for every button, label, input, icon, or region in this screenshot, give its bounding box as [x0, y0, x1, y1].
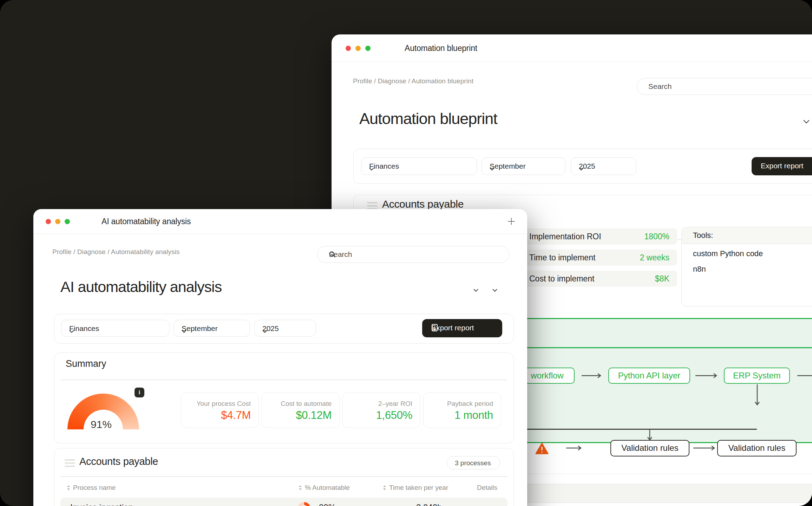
diagram-node-validation-1: Validation rules: [610, 440, 689, 456]
stat-card-process-cost: Your process Cost $4.7M: [181, 393, 259, 428]
warning-icon: [535, 443, 549, 456]
chevron-down-icon: [579, 164, 630, 173]
department-select[interactable]: Finances: [61, 320, 170, 337]
minimize-button[interactable]: [55, 219, 60, 224]
chevron-down-icon[interactable]: [803, 119, 810, 125]
column-label: Time taken per year: [389, 484, 448, 491]
info-icon[interactable]: i: [135, 388, 144, 397]
column-header-time-taken[interactable]: Time taken per year: [383, 484, 448, 492]
stat-card-value: 1,650%: [376, 409, 412, 422]
drag-handle-icon[interactable]: [65, 459, 75, 469]
sort-icon: [383, 484, 386, 492]
maximize-button[interactable]: [365, 46, 371, 51]
search-input[interactable]: Search: [637, 78, 812, 95]
titlebar-divider: [33, 234, 527, 234]
search-icon: [329, 251, 500, 260]
info-icon-glyph: i: [139, 389, 140, 395]
section-title: Accounts payable: [79, 456, 158, 467]
diagram-node-erp: ERP System: [724, 368, 790, 384]
department-select[interactable]: Finances: [361, 157, 477, 175]
minimize-button[interactable]: [355, 46, 361, 51]
automatable-value: 80%: [319, 502, 336, 506]
summary-heading: Summary: [66, 358, 106, 369]
chevron-down-icon[interactable]: [473, 287, 479, 293]
arrow-right-icon: [693, 445, 716, 453]
automatable-donut-icon: [298, 502, 310, 506]
sort-icon: [67, 484, 70, 492]
year-select[interactable]: 2025: [571, 157, 636, 175]
export-report-button[interactable]: Export report: [422, 319, 502, 337]
stat-value: 1800%: [644, 232, 669, 241]
search-placeholder: Search: [648, 82, 672, 91]
stat-card-roi: 2–year ROI 1,650%: [342, 393, 420, 428]
column-header-process-name[interactable]: Process name: [67, 484, 116, 492]
month-select[interactable]: September: [482, 157, 565, 175]
arrow-right-icon: [566, 445, 582, 453]
tool-item: n8n: [693, 265, 706, 274]
sort-icon: [299, 484, 302, 492]
chevron-down-icon: [490, 164, 559, 173]
stat-card-label: Your process Cost: [196, 400, 251, 408]
stat-card-payback: Payback period 1 month: [423, 393, 501, 428]
process-name: Invoice ingestion: [70, 502, 133, 506]
stat-card-label: Payback period: [447, 400, 493, 408]
stat-card-value: 1 month: [454, 409, 493, 422]
window-title: AI automatability analysis: [102, 217, 191, 226]
diagram-node-validation-2: Validation rules: [717, 440, 797, 456]
download-file-icon: [431, 324, 495, 334]
stat-card-value: $0.12M: [296, 409, 332, 422]
stat-label: Time to implement: [529, 253, 595, 262]
page-title: AI automatability analysis: [60, 278, 222, 296]
section-title: Accounts payable: [382, 198, 464, 210]
diagram-node-workflow: workflow: [520, 368, 575, 384]
column-label: Process name: [73, 484, 116, 491]
plus-icon[interactable]: [507, 217, 516, 226]
tools-box: Tools: custom Python code n8n: [681, 227, 812, 306]
chevron-down-icon: [69, 326, 163, 335]
close-button[interactable]: [46, 219, 51, 224]
window-title: Automation blueprint: [405, 44, 477, 53]
search-input[interactable]: Search: [317, 246, 509, 263]
stat-card-cost-to-automate: Cost to automate $0.12M: [262, 393, 340, 428]
column-label: Details: [477, 484, 497, 491]
year-select[interactable]: 2025: [254, 320, 316, 337]
node-label: ERP System: [733, 371, 781, 380]
arrow-right-icon: [797, 372, 812, 380]
process-count-label: 3 processes: [455, 459, 491, 467]
window-ai-automatability: AI automatability analysis Profile / Dia…: [33, 209, 527, 506]
arrow-down-icon: [754, 384, 760, 408]
column-label: % Automatable: [305, 484, 350, 491]
close-button[interactable]: [346, 46, 351, 51]
tool-item: custom Python code: [693, 249, 763, 258]
node-label: workflow: [531, 371, 563, 380]
chevron-down-icon: [262, 326, 309, 335]
chevron-down-icon[interactable]: [492, 287, 498, 293]
tools-header: Tools:: [682, 227, 812, 244]
desktop: Automation blueprint Profile / Diagnose …: [0, 0, 812, 506]
stat-label: Implementation ROI: [529, 232, 601, 241]
stat-cost-to-implement: Cost to implement $8K: [522, 271, 677, 287]
export-report-button[interactable]: Export report: [752, 157, 812, 175]
gauge-value: 91%: [91, 419, 112, 430]
maximize-button[interactable]: [65, 219, 70, 224]
stat-card-label: Cost to automate: [281, 400, 332, 408]
arrow-right-icon: [695, 372, 718, 380]
process-count-badge: 3 processes: [447, 456, 500, 469]
table-row-invoice-ingestion[interactable]: Invoice ingestion 80% 2,040h: [60, 498, 508, 506]
column-header-details: Details: [477, 484, 497, 492]
chevron-down-icon: [369, 164, 470, 173]
node-label: Python API layer: [618, 371, 680, 380]
column-header-automatable[interactable]: % Automatable: [299, 484, 350, 492]
stat-label: Cost to implement: [529, 274, 594, 284]
page-title: Automation blueprint: [359, 110, 497, 128]
month-select[interactable]: September: [173, 320, 250, 337]
node-label: Validation rules: [621, 443, 678, 453]
time-value: 2,040h: [416, 502, 442, 506]
stat-implementation-roi: Implementation ROI 1800%: [522, 228, 677, 245]
summary-divider: [61, 379, 507, 380]
breadcrumb: Profile / Diagnose / Automation blueprin…: [353, 77, 473, 85]
arrow-right-icon: [582, 372, 602, 380]
stat-time-to-implement: Time to implement 2 weeks: [522, 249, 677, 266]
export-report-label: Export report: [761, 162, 803, 170]
stat-value: 2 weeks: [640, 253, 669, 262]
